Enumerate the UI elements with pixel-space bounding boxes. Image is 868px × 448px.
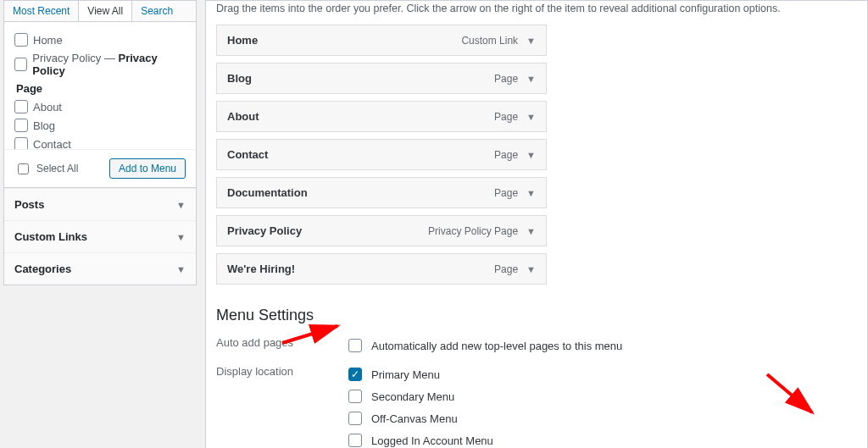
chevron-down-icon: ▼ <box>176 200 186 210</box>
auto-add-pages-checkbox[interactable] <box>348 339 362 352</box>
page-option-home: Home <box>14 30 186 49</box>
page-option-privacy: Privacy Policy — Privacy Policy <box>14 49 186 80</box>
accordion-categories[interactable]: Categories ▼ <box>4 252 196 285</box>
page-checkbox-contact[interactable] <box>14 137 28 149</box>
page-checkbox-privacy[interactable] <box>14 58 27 71</box>
auto-add-pages-option: Automatically add new top-level pages to… <box>345 335 622 357</box>
add-to-menu-button[interactable]: Add to Menu <box>109 158 186 179</box>
menu-item-privacy-policy[interactable]: Privacy Policy Privacy Policy Page▼ <box>216 215 547 246</box>
menu-item-contact[interactable]: Contact Page▼ <box>216 139 547 170</box>
chevron-down-icon: ▼ <box>176 264 186 274</box>
tab-view-all[interactable]: View All <box>78 1 132 21</box>
page-checklist[interactable]: Home Privacy Policy — Privacy Policy Pag… <box>4 22 196 149</box>
location-option-primary: Primary Menu <box>345 363 493 385</box>
location-option-account: Logged In Account Menu <box>345 429 493 448</box>
auto-add-pages-label: Auto add pages <box>216 335 345 349</box>
drag-instructions: Drag the items into the order you prefer… <box>216 1 857 25</box>
page-option-blog: Blog <box>14 116 186 135</box>
location-checkbox-account[interactable] <box>348 434 362 447</box>
tab-search[interactable]: Search <box>132 1 181 21</box>
page-checkbox-about[interactable] <box>14 100 28 113</box>
location-option-offcanvas: Off-Canvas Menu <box>345 407 493 429</box>
menu-item-hiring[interactable]: We're Hiring! Page▼ <box>216 253 547 285</box>
page-checkbox-blog[interactable] <box>14 119 28 132</box>
select-all-option: Select All <box>14 161 78 177</box>
chevron-down-icon[interactable]: ▼ <box>526 112 536 122</box>
menu-item-blog[interactable]: Blog Page▼ <box>216 63 547 94</box>
page-source-tabs: Most Recent View All Search <box>4 1 196 22</box>
display-location-label: Display location <box>216 363 345 378</box>
page-option-contact: Contact <box>14 135 186 149</box>
location-checkbox-primary[interactable] <box>348 368 362 381</box>
page-checkbox-home[interactable] <box>14 33 28 47</box>
location-checkbox-offcanvas[interactable] <box>348 412 362 425</box>
chevron-down-icon[interactable]: ▼ <box>526 226 536 236</box>
accordion-posts[interactable]: Posts ▼ <box>4 188 196 220</box>
page-option-about: About <box>14 97 186 116</box>
menu-item-list: Home Custom Link▼ Blog Page▼ About Page▼… <box>216 25 547 285</box>
chevron-down-icon[interactable]: ▼ <box>526 264 536 274</box>
location-option-secondary: Secondary Menu <box>345 385 493 407</box>
select-all-checkbox[interactable] <box>18 163 29 174</box>
chevron-down-icon[interactable]: ▼ <box>526 74 536 84</box>
tab-most-recent[interactable]: Most Recent <box>4 1 78 21</box>
chevron-down-icon[interactable]: ▼ <box>526 36 536 46</box>
menu-item-documentation[interactable]: Documentation Page▼ <box>216 177 547 208</box>
chevron-down-icon[interactable]: ▼ <box>526 150 536 160</box>
menu-settings-heading: Menu Settings <box>216 307 857 324</box>
menu-item-about[interactable]: About Page▼ <box>216 101 547 132</box>
chevron-down-icon[interactable]: ▼ <box>526 188 536 198</box>
menu-item-home[interactable]: Home Custom Link▼ <box>216 25 547 56</box>
accordion-custom-links[interactable]: Custom Links ▼ <box>4 220 196 252</box>
chevron-down-icon: ▼ <box>176 232 186 242</box>
page-group-label: Page <box>14 80 186 97</box>
location-checkbox-secondary[interactable] <box>348 390 362 403</box>
